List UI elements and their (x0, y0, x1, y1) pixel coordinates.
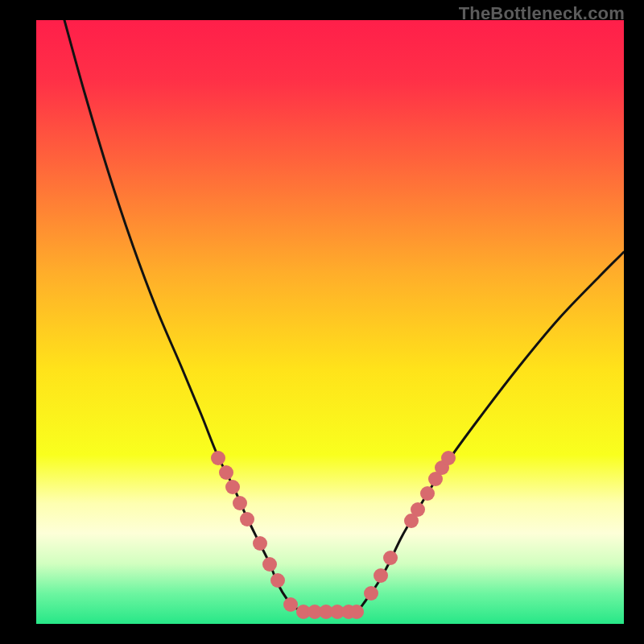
data-marker (225, 480, 240, 494)
data-marker (283, 597, 298, 612)
data-marker (383, 551, 398, 565)
data-marker (374, 568, 388, 583)
data-marker (262, 557, 277, 572)
plot-area (36, 20, 624, 624)
data-marker (219, 465, 233, 480)
chart-curves (36, 20, 624, 624)
data-marker (349, 605, 364, 619)
data-marker (420, 486, 435, 501)
data-marker (411, 502, 425, 517)
data-marker (211, 451, 225, 465)
data-marker (364, 586, 378, 601)
chart-frame: TheBottleneck.com (0, 0, 644, 644)
data-marker (253, 536, 267, 551)
data-marker (240, 512, 254, 526)
data-marker (233, 496, 247, 510)
data-marker (441, 451, 456, 465)
watermark-text: TheBottleneck.com (459, 3, 625, 24)
data-marker (270, 573, 285, 588)
bottleneck-curve (64, 20, 624, 613)
